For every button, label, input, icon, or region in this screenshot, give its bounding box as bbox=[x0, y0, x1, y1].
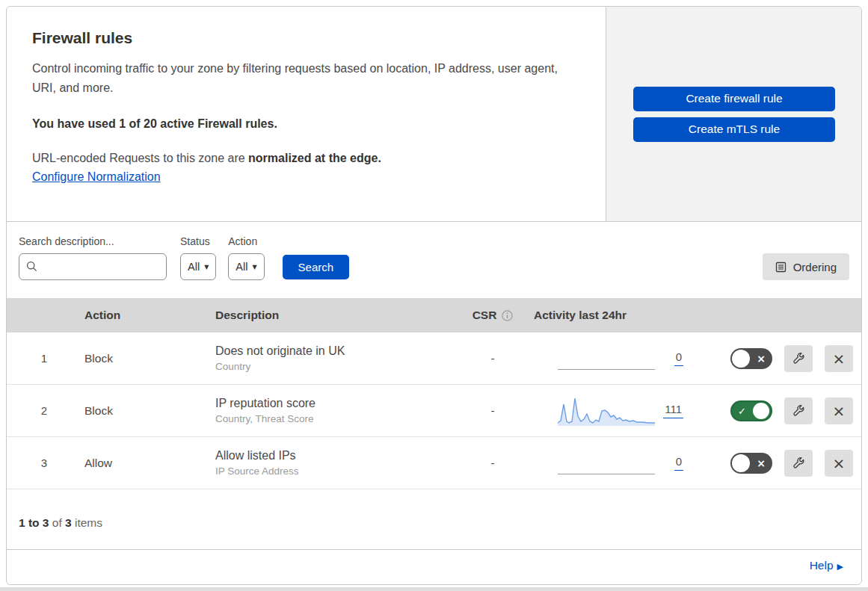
usage-note: You have used 1 of 20 active Firewall ru… bbox=[32, 117, 580, 131]
rule-action: Block bbox=[81, 352, 212, 365]
action-selected-value: All bbox=[236, 261, 247, 273]
firewall-rules-card: Firewall rules Control incoming traffic … bbox=[6, 6, 862, 585]
configure-normalization-link[interactable]: Configure Normalization bbox=[32, 170, 161, 183]
search-input[interactable] bbox=[19, 253, 167, 280]
rule-description: Allow listed IPs bbox=[215, 449, 459, 462]
rules-table: Action Description CSR Activity last 24h… bbox=[7, 298, 861, 489]
rule-controls: ✓ × × bbox=[702, 397, 861, 424]
cta-panel: Create firewall rule Create mTLS rule bbox=[606, 7, 861, 221]
delete-rule-button[interactable]: × bbox=[825, 450, 853, 477]
wrench-icon bbox=[792, 404, 805, 417]
items-label: items bbox=[75, 516, 102, 529]
activity-count-link[interactable]: 0 bbox=[674, 350, 683, 366]
rule-enabled-toggle[interactable]: ✓ × bbox=[730, 400, 772, 421]
items-of: of bbox=[52, 516, 62, 529]
rule-criteria: IP Source Address bbox=[215, 465, 459, 477]
create-mtls-rule-button[interactable]: Create mTLS rule bbox=[633, 117, 835, 142]
rule-description-cell: IP reputation score Country, Threat Scor… bbox=[212, 397, 459, 424]
search-wrap bbox=[19, 253, 167, 280]
table-row: 2 Block IP reputation score Country, Thr… bbox=[7, 385, 861, 437]
close-icon: × bbox=[833, 350, 846, 368]
x-icon: × bbox=[757, 457, 766, 469]
info-icon[interactable] bbox=[502, 310, 513, 321]
rule-csr-value: - bbox=[490, 457, 494, 470]
rule-activity-cell: 0 bbox=[526, 448, 702, 478]
rule-csr-value: - bbox=[490, 404, 494, 418]
action-filter-group: Action All ▼ bbox=[228, 235, 264, 280]
search-button[interactable]: Search bbox=[283, 255, 350, 279]
toggle-knob bbox=[732, 350, 750, 368]
wrench-icon bbox=[792, 457, 805, 469]
rule-enabled-toggle[interactable]: ✓ × bbox=[730, 453, 772, 474]
rule-description-cell: Allow listed IPs IP Source Address bbox=[212, 449, 459, 477]
wrench-icon bbox=[792, 352, 805, 365]
x-icon: × bbox=[757, 353, 766, 365]
normalization-bold: normalized at the edge. bbox=[248, 152, 381, 164]
rule-activity-cell: 0 bbox=[526, 344, 702, 374]
close-icon: × bbox=[833, 454, 846, 472]
csr-header-label: CSR bbox=[473, 309, 497, 322]
help-bar: Help▶ bbox=[7, 549, 861, 584]
status-label: Status bbox=[180, 235, 216, 247]
close-icon: × bbox=[833, 402, 846, 420]
activity-sparkline-empty bbox=[558, 448, 655, 478]
intro-text: Firewall rules Control incoming traffic … bbox=[7, 7, 606, 221]
action-label: Action bbox=[228, 235, 264, 247]
table-row: 1 Block Does not originate in UK Country… bbox=[7, 332, 861, 385]
edit-rule-button[interactable] bbox=[784, 450, 813, 477]
status-selected-value: All bbox=[188, 261, 200, 273]
items-total: 3 bbox=[65, 516, 72, 529]
create-firewall-rule-button[interactable]: Create firewall rule bbox=[633, 87, 835, 111]
page-bottom-strip bbox=[0, 587, 868, 591]
ordering-button[interactable]: Ordering bbox=[763, 253, 849, 280]
table-header-row: Action Description CSR Activity last 24h… bbox=[7, 298, 861, 332]
status-select[interactable]: All ▼ bbox=[180, 253, 216, 280]
rule-description: Does not originate in UK bbox=[215, 344, 459, 358]
edit-rule-button[interactable] bbox=[784, 345, 813, 372]
delete-rule-button[interactable]: × bbox=[825, 345, 853, 372]
description-column-header: Description bbox=[212, 309, 459, 322]
page-title: Firewall rules bbox=[32, 29, 580, 47]
activity-sparkline bbox=[558, 396, 655, 426]
activity-count-link[interactable]: 0 bbox=[674, 455, 683, 471]
activity-count-link[interactable]: 111 bbox=[663, 403, 683, 418]
table-row: 3 Allow Allow listed IPs IP Source Addre… bbox=[7, 437, 861, 489]
rule-action: Block bbox=[81, 404, 212, 418]
rule-enabled-toggle[interactable]: ✓ × bbox=[730, 348, 772, 369]
action-select[interactable]: All ▼ bbox=[228, 253, 264, 280]
rule-csr-value: - bbox=[490, 352, 494, 365]
search-label: Search description... bbox=[19, 235, 167, 247]
search-icon bbox=[26, 261, 38, 273]
chevron-down-icon: ▼ bbox=[204, 264, 209, 270]
edit-rule-button[interactable] bbox=[784, 397, 813, 424]
items-range: 1 to 3 bbox=[19, 516, 49, 529]
intro-section: Firewall rules Control incoming traffic … bbox=[7, 7, 861, 222]
help-link[interactable]: Help▶ bbox=[810, 559, 843, 572]
delete-rule-button[interactable]: × bbox=[825, 397, 853, 424]
toggle-knob bbox=[732, 454, 750, 472]
filter-bar: Search description... Status All ▼ Actio… bbox=[7, 222, 861, 298]
activity-sparkline-empty bbox=[558, 344, 655, 374]
page-description: Control incoming traffic to your zone by… bbox=[32, 59, 580, 98]
pagination-summary: 1 to 3 of 3 items bbox=[7, 489, 861, 549]
rule-criteria: Country, Threat Score bbox=[215, 413, 459, 424]
search-group: Search description... bbox=[19, 235, 167, 280]
arrow-right-icon: ▶ bbox=[837, 562, 843, 572]
rule-controls: ✓ × × bbox=[702, 345, 861, 372]
help-label: Help bbox=[810, 559, 834, 572]
rule-activity-cell: 111 bbox=[526, 396, 702, 426]
ordering-button-label: Ordering bbox=[793, 261, 837, 273]
normalization-text: URL-encoded Requests to this zone are bbox=[32, 152, 248, 164]
rule-criteria: Country bbox=[215, 361, 459, 372]
action-column-header: Action bbox=[81, 309, 212, 322]
toggle-knob bbox=[753, 403, 769, 419]
list-document-icon bbox=[775, 262, 787, 273]
check-icon: ✓ bbox=[738, 405, 746, 416]
normalization-note: URL-encoded Requests to this zone are no… bbox=[32, 152, 580, 165]
csr-column-header: CSR bbox=[473, 309, 514, 322]
rule-priority: 1 bbox=[41, 352, 47, 365]
activity-column-header: Activity last 24hr bbox=[526, 309, 702, 322]
rule-priority: 3 bbox=[41, 457, 47, 469]
rule-description: IP reputation score bbox=[215, 397, 459, 410]
chevron-down-icon: ▼ bbox=[252, 264, 256, 270]
